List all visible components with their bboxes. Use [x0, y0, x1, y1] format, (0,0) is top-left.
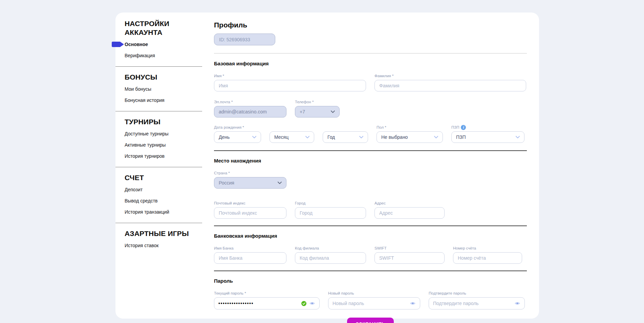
save-button[interactable]: СОХРАНИТЬ: [347, 318, 394, 323]
sidebar-item-label: Депозит: [125, 187, 143, 192]
sidebar-item-available-tournaments[interactable]: Доступные турниры: [125, 131, 214, 136]
country-select[interactable]: Россия: [214, 177, 286, 189]
last-name-label: Фамилия *: [374, 73, 526, 78]
dob-month-value: Месяц: [274, 134, 288, 140]
gender-field: Пол * Не выбрано: [377, 125, 443, 143]
current-password-label: Текущий пароль *: [214, 291, 320, 296]
info-icon[interactable]: i: [461, 125, 466, 130]
branch-code-label: Код филиала: [295, 246, 366, 251]
eye-icon[interactable]: [410, 301, 416, 305]
dob-gender-row: Дата рождения * День Месяц: [214, 125, 527, 143]
sidebar-item-tournament-history[interactable]: История турниров: [125, 153, 214, 159]
dob-year-select[interactable]: Год: [323, 131, 368, 143]
city-label: Город: [295, 201, 366, 206]
first-name-input[interactable]: [214, 80, 366, 91]
confirm-password-field: Подтвердите пароль: [429, 291, 525, 309]
postal-code-input[interactable]: [214, 207, 286, 219]
last-name-input[interactable]: [374, 80, 526, 91]
chevron-down-icon: [516, 136, 520, 138]
postal-code-label: Почтовый индекс: [214, 201, 286, 206]
gender-select[interactable]: Не выбрано: [377, 131, 443, 143]
section-divider: [214, 271, 527, 271]
bank-name-field: Имя Банка: [214, 246, 286, 264]
country-value: Россия: [219, 180, 234, 186]
chevron-down-icon: [305, 136, 309, 138]
last-name-field: Фамилия *: [374, 73, 526, 91]
sidebar-item-transaction-history[interactable]: История транзакций: [125, 209, 214, 215]
phone-code-select[interactable]: +7: [295, 106, 340, 117]
sidebar-item-bet-history[interactable]: История ставок: [125, 243, 214, 248]
sidebar-item-label: Вывод средств: [125, 198, 158, 203]
current-password-field: Текущий пароль * ••••••••••••••••: [214, 291, 320, 309]
sidebar-item-my-bonuses[interactable]: Мои бонусы: [125, 86, 214, 92]
sidebar-item-main[interactable]: Основное: [125, 42, 214, 47]
pzp-label: ПЗП: [451, 125, 459, 129]
country-label: Страна *: [214, 171, 286, 175]
city-input[interactable]: [295, 207, 366, 219]
sidebar-item-label: Бонусная история: [125, 98, 165, 103]
eye-icon[interactable]: [309, 301, 315, 305]
account-number-input[interactable]: [453, 252, 522, 264]
sidebar-section-title-gambling: АЗАРТНЫЕ ИГРЫ: [125, 229, 197, 238]
chevron-down-icon: [359, 136, 363, 138]
new-password-input[interactable]: [332, 301, 407, 306]
address-input[interactable]: [374, 207, 445, 219]
sidebar-item-label: История ставок: [125, 243, 158, 248]
sidebar-item-label: Доступные турниры: [125, 131, 169, 136]
dob-day-select[interactable]: День: [214, 131, 261, 143]
sidebar-item-label: Мои бонусы: [125, 86, 151, 92]
sidebar-item-deposit[interactable]: Депозит: [125, 187, 214, 192]
sidebar-item-bonus-history[interactable]: Бонусная история: [125, 98, 214, 103]
eye-icon[interactable]: [514, 301, 520, 305]
chevron-down-icon: [252, 136, 256, 138]
sidebar: НАСТРОЙКИ АККАУНТА Основное Верификация …: [115, 13, 214, 319]
gender-label: Пол *: [377, 125, 443, 130]
swift-field: SWIFT: [374, 246, 445, 264]
confirm-password-label: Подтвердите пароль: [429, 291, 525, 296]
pzp-field: ПЗП i ПЗП: [451, 125, 524, 143]
confirm-password-input[interactable]: [433, 301, 512, 306]
chevron-down-icon: [331, 110, 335, 113]
profile-content: Профиль ID: 526906933 Базовая информация…: [214, 13, 539, 319]
sidebar-item-active-tournaments[interactable]: Активные турниры: [125, 142, 214, 148]
sidebar-item-verification[interactable]: Верификация: [125, 53, 214, 58]
branch-code-input[interactable]: [295, 252, 366, 264]
pzp-select[interactable]: ПЗП: [451, 131, 524, 143]
new-password-input-box: [328, 297, 420, 309]
bank-row: Имя Банка Код филиала SWIFT Номер счёта: [214, 246, 527, 264]
country-field: Страна * Россия: [214, 171, 286, 189]
swift-input[interactable]: [374, 252, 445, 264]
check-circle-icon: [301, 301, 306, 306]
contact-row: Эл.почта * admin@catcasino.com Телефон *…: [214, 100, 527, 117]
sidebar-item-label: История турниров: [125, 153, 165, 159]
first-name-label: Имя *: [214, 73, 366, 78]
sidebar-item-label: История транзакций: [125, 209, 169, 215]
new-password-field: Новый пароль: [328, 291, 420, 309]
account-settings-card: НАСТРОЙКИ АККАУНТА Основное Верификация …: [115, 13, 539, 319]
sidebar-divider: [115, 111, 202, 111]
bank-info-heading: Банковская информация: [214, 233, 527, 239]
sidebar-section-title-account: СЧЕТ: [125, 173, 197, 182]
dob-year-value: Год: [327, 134, 335, 140]
sidebar-item-withdrawal[interactable]: Вывод средств: [125, 198, 214, 203]
pzp-label-row: ПЗП i: [451, 125, 524, 130]
sidebar-divider: [115, 223, 202, 223]
current-password-value[interactable]: ••••••••••••••••: [218, 301, 299, 306]
email-input: admin@catcasino.com: [214, 106, 286, 117]
pzp-value: ПЗП: [456, 134, 466, 140]
address-label: Адрес: [374, 201, 445, 206]
dob-month-select[interactable]: Месяц: [270, 131, 314, 143]
email-value: admin@catcasino.com: [219, 109, 267, 114]
section-divider: [214, 225, 527, 226]
sidebar-item-label: Верификация: [125, 53, 155, 58]
password-heading: Пароль: [214, 278, 527, 284]
new-password-label: Новый пароль: [328, 291, 420, 296]
sidebar-section-title-tournaments: ТУРНИРЫ: [125, 117, 197, 126]
current-password-input-box: ••••••••••••••••: [214, 297, 320, 309]
bank-name-label: Имя Банка: [214, 246, 286, 251]
first-name-field: Имя *: [214, 73, 366, 91]
gender-value: Не выбрано: [381, 134, 408, 140]
bank-name-input[interactable]: [214, 252, 286, 264]
dob-day-value: День: [219, 134, 230, 140]
email-label: Эл.почта *: [214, 100, 286, 104]
